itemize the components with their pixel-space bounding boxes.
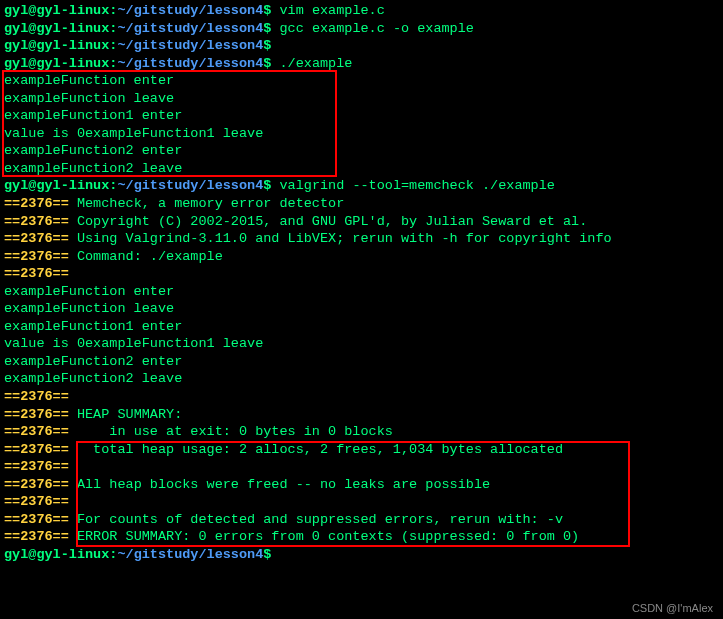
- valgrind-error-summary: ==2376== ERROR SUMMARY: 0 errors from 0 …: [4, 528, 719, 546]
- valgrind-line: ==2376==: [4, 458, 719, 476]
- command-gcc[interactable]: gcc example.c -o example: [271, 21, 474, 36]
- output-line: value is 0exampleFunction1 leave: [4, 125, 719, 143]
- valgrind-heap-summary: ==2376== HEAP SUMMARY:: [4, 406, 719, 424]
- prompt-line-6: gyl@gyl-linux:~/gitstudy/lesson4$: [4, 546, 719, 564]
- output-line: value is 0exampleFunction1 leave: [4, 335, 719, 353]
- prompt-line-3: gyl@gyl-linux:~/gitstudy/lesson4$: [4, 37, 719, 55]
- valgrind-line: ==2376==: [4, 388, 719, 406]
- output-line: exampleFunction1 enter: [4, 107, 719, 125]
- command-valgrind[interactable]: valgrind --tool=memcheck ./example: [271, 178, 555, 193]
- output-line: exampleFunction2 enter: [4, 142, 719, 160]
- prompt-path: ~/gitstudy/lesson4: [117, 3, 263, 18]
- prompt-user: gyl@gyl-linux: [4, 3, 109, 18]
- output-line: exampleFunction2 leave: [4, 370, 719, 388]
- watermark: CSDN @I'mAlex: [632, 601, 713, 615]
- valgrind-line: ==2376== Command: ./example: [4, 248, 719, 266]
- valgrind-line: ==2376==: [4, 265, 719, 283]
- valgrind-line: ==2376== Memcheck, a memory error detect…: [4, 195, 719, 213]
- valgrind-line: ==2376==: [4, 493, 719, 511]
- output-line: exampleFunction enter: [4, 283, 719, 301]
- valgrind-counts: ==2376== For counts of detected and supp…: [4, 511, 719, 529]
- prompt-line-1: gyl@gyl-linux:~/gitstudy/lesson4$ vim ex…: [4, 2, 719, 20]
- valgrind-line: ==2376== Using Valgrind-3.11.0 and LibVE…: [4, 230, 719, 248]
- prompt-line-2: gyl@gyl-linux:~/gitstudy/lesson4$ gcc ex…: [4, 20, 719, 38]
- command-run[interactable]: ./example: [271, 56, 352, 71]
- output-line: exampleFunction2 enter: [4, 353, 719, 371]
- output-line: exampleFunction2 leave: [4, 160, 719, 178]
- output-line: exampleFunction1 enter: [4, 318, 719, 336]
- valgrind-freed: ==2376== All heap blocks were freed -- n…: [4, 476, 719, 494]
- prompt-line-5: gyl@gyl-linux:~/gitstudy/lesson4$ valgri…: [4, 177, 719, 195]
- valgrind-heap-inuse: ==2376== in use at exit: 0 bytes in 0 bl…: [4, 423, 719, 441]
- command-vim[interactable]: vim example.c: [271, 3, 384, 18]
- output-line: exampleFunction enter: [4, 72, 719, 90]
- valgrind-line: ==2376== Copyright (C) 2002-2015, and GN…: [4, 213, 719, 231]
- output-line: exampleFunction leave: [4, 90, 719, 108]
- output-line: exampleFunction leave: [4, 300, 719, 318]
- valgrind-heap-total: ==2376== total heap usage: 2 allocs, 2 f…: [4, 441, 719, 459]
- prompt-line-4: gyl@gyl-linux:~/gitstudy/lesson4$ ./exam…: [4, 55, 719, 73]
